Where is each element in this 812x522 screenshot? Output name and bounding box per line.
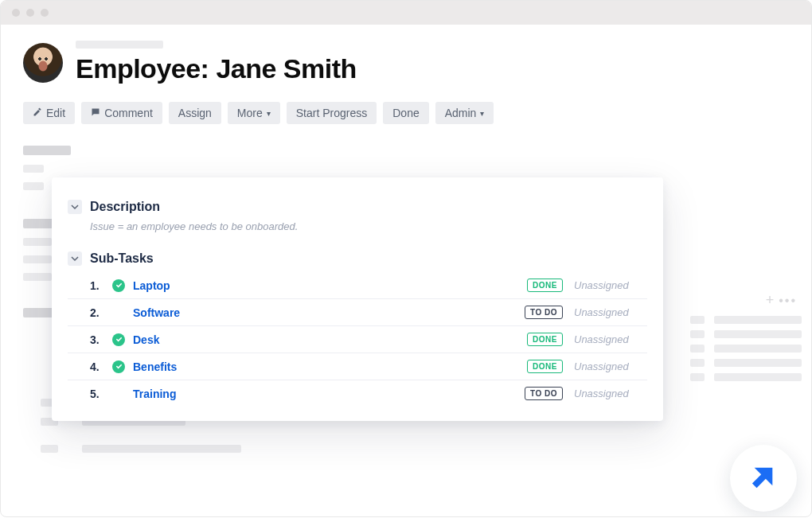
- status-badge: DONE: [527, 360, 563, 373]
- assignee-label: Unassigned: [574, 360, 647, 372]
- window-minimize-dot[interactable]: [26, 9, 34, 17]
- subtask-number: 5.: [90, 388, 112, 400]
- collapse-button[interactable]: [68, 251, 82, 266]
- comment-icon: [91, 107, 100, 119]
- window-zoom-dot[interactable]: [41, 9, 49, 17]
- page-content: Employee: Jane Smith Edit Comment Assign…: [1, 25, 811, 124]
- done-label: Done: [392, 107, 419, 119]
- subtask-number: 1.: [90, 279, 112, 292]
- status-badge: DONE: [527, 333, 563, 346]
- subtask-link[interactable]: Training: [133, 388, 525, 400]
- assignee-label: Unassigned: [574, 388, 647, 399]
- edit-button[interactable]: Edit: [23, 102, 75, 124]
- start-progress-button[interactable]: Start Progress: [287, 102, 377, 124]
- assignee-label: Unassigned: [574, 279, 647, 291]
- detail-card: Description Issue = an employee needs to…: [52, 177, 663, 421]
- subtask-link[interactable]: Laptop: [133, 279, 527, 292]
- subtask-number: 3.: [90, 333, 112, 346]
- chevron-down-icon: ▾: [267, 109, 271, 118]
- status-badge: TO DO: [525, 306, 563, 319]
- collapse-button[interactable]: [68, 200, 82, 214]
- check-icon: [112, 279, 125, 292]
- check-icon: [112, 360, 125, 373]
- avatar[interactable]: [23, 43, 63, 83]
- assign-button[interactable]: Assign: [169, 102, 221, 124]
- subtask-row[interactable]: 2.SoftwareTO DOUnassigned: [68, 299, 647, 326]
- start-progress-label: Start Progress: [296, 107, 367, 119]
- right-metadata-skeleton: [690, 316, 802, 381]
- description-section-header: Description: [68, 200, 647, 214]
- title-row: Employee: Jane Smith: [23, 41, 789, 84]
- subtask-row[interactable]: 3.DeskDONEUnassigned: [68, 326, 647, 353]
- description-text: Issue = an employee needs to be onboarde…: [90, 220, 647, 232]
- more-button[interactable]: More ▾: [228, 102, 280, 124]
- window-titlebar: [1, 1, 811, 25]
- more-label: More: [237, 107, 263, 119]
- arrow-icon: [748, 461, 779, 496]
- right-panel-actions: + •••: [766, 292, 797, 309]
- description-heading: Description: [90, 200, 160, 214]
- subtask-row[interactable]: 1.LaptopDONEUnassigned: [68, 272, 647, 299]
- plus-icon[interactable]: +: [766, 292, 775, 309]
- subtasks-heading: Sub-Tasks: [90, 251, 154, 266]
- admin-button[interactable]: Admin ▾: [435, 102, 494, 124]
- status-badge: DONE: [527, 279, 563, 292]
- breadcrumb: [76, 41, 163, 49]
- check-icon: [112, 333, 125, 346]
- admin-label: Admin: [445, 107, 477, 119]
- assignee-label: Unassigned: [574, 333, 647, 345]
- chevron-down-icon: ▾: [480, 109, 484, 118]
- window-close-dot[interactable]: [12, 9, 20, 17]
- subtask-row[interactable]: 4.BenefitsDONEUnassigned: [68, 353, 647, 380]
- toolbar: Edit Comment Assign More ▾ Start Progres…: [23, 102, 789, 124]
- more-icon[interactable]: •••: [779, 294, 797, 308]
- subtasks-list: 1.LaptopDONEUnassigned2.SoftwareTO DOUna…: [68, 272, 647, 407]
- assign-label: Assign: [178, 107, 212, 119]
- subtask-link[interactable]: Software: [133, 306, 525, 319]
- subtask-number: 4.: [90, 360, 112, 373]
- comment-button[interactable]: Comment: [81, 102, 162, 124]
- edit-label: Edit: [46, 107, 65, 119]
- app-window: Employee: Jane Smith Edit Comment Assign…: [0, 0, 812, 517]
- subtask-link[interactable]: Desk: [133, 333, 527, 346]
- subtask-number: 2.: [90, 306, 112, 319]
- pencil-icon: [33, 107, 42, 119]
- help-fab[interactable]: [730, 445, 797, 512]
- done-button[interactable]: Done: [383, 102, 428, 124]
- comment-label: Comment: [104, 107, 153, 119]
- subtask-row[interactable]: 5.TrainingTO DOUnassigned: [68, 380, 647, 407]
- status-badge: TO DO: [525, 387, 563, 400]
- subtasks-section-header: Sub-Tasks: [68, 251, 647, 266]
- assignee-label: Unassigned: [574, 306, 647, 318]
- page-title: Employee: Jane Smith: [76, 53, 357, 84]
- subtask-link[interactable]: Benefits: [133, 360, 527, 373]
